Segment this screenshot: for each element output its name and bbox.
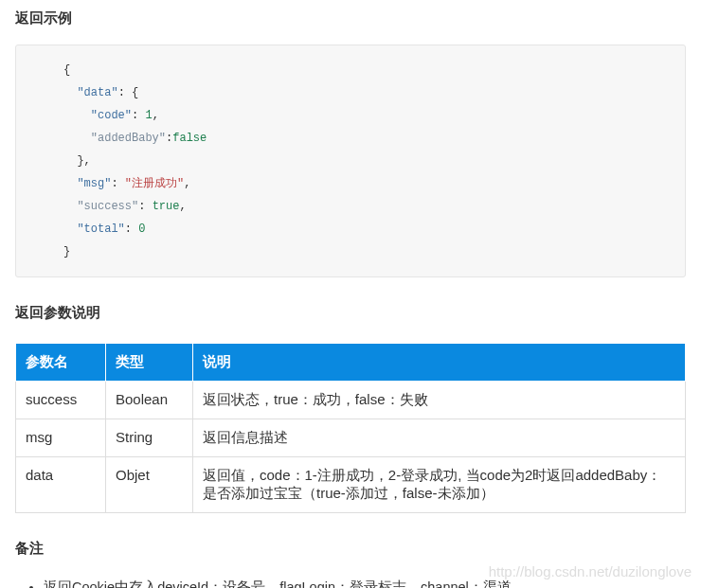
table-cell-name: success [16,382,106,419]
param-table: 参数名 类型 说明 success Boolean 返回状态，true：成功，f… [15,343,686,513]
table-cell-type: Boolean [106,382,193,419]
code-block-return-example: { "data": { "code": 1, "addedBaby":false… [15,45,686,277]
section-title-return-example: 返回示例 [15,9,686,27]
table-header-name: 参数名 [16,344,106,382]
remark-list-item: 返回Cookie中存入deviceId：设备号，flagLogin：登录标志，c… [44,579,686,588]
code-punc: : { [118,86,139,99]
code-key: "msg" [77,177,111,190]
code-punc: : [111,177,124,190]
table-cell-name: data [16,457,106,513]
table-header-row: 参数名 类型 说明 [16,344,686,382]
table-cell-desc: 返回值，code：1-注册成功，2-登录成功, 当code为2时返回addedB… [193,457,686,513]
code-line: }, [77,154,90,168]
table-cell-type: String [106,419,193,457]
remark-list: 返回Cookie中存入deviceId：设备号，flagLogin：登录标志，c… [15,579,686,588]
table-cell-name: msg [16,419,106,457]
code-key: "data" [77,86,117,99]
table-row: msg String 返回信息描述 [16,419,686,457]
code-punc: , [179,200,186,213]
code-punc: , [184,177,190,190]
code-punc: : [125,223,138,236]
table-cell-desc: 返回信息描述 [193,419,686,457]
code-key: "success" [77,200,138,213]
table-header-desc: 说明 [193,344,686,382]
code-line: { [63,63,70,77]
table-cell-type: Objet [106,457,193,513]
code-key: "code" [91,109,132,122]
watermark-text: http://blog.csdn.net/duzilonglove [489,563,692,579]
code-punc: : [138,200,152,213]
code-str: "注册成功" [125,177,184,190]
code-punc: , [153,109,159,122]
code-key: "addedBaby" [91,132,166,145]
section-title-return-params: 返回参数说明 [15,304,686,322]
code-punc: : [132,109,145,122]
code-num: 1 [145,109,152,122]
code-num: 0 [138,223,145,236]
table-row: data Objet 返回值，code：1-注册成功，2-登录成功, 当code… [16,457,686,513]
table-cell-desc: 返回状态，true：成功，false：失败 [193,382,686,419]
code-bool: false [172,132,207,145]
code-bool: true [153,200,180,213]
table-header-type: 类型 [106,344,193,382]
table-row: success Boolean 返回状态，true：成功，false：失败 [16,382,686,419]
code-line: } [63,245,70,258]
code-key: "total" [77,223,124,236]
section-title-remark: 备注 [15,540,686,558]
